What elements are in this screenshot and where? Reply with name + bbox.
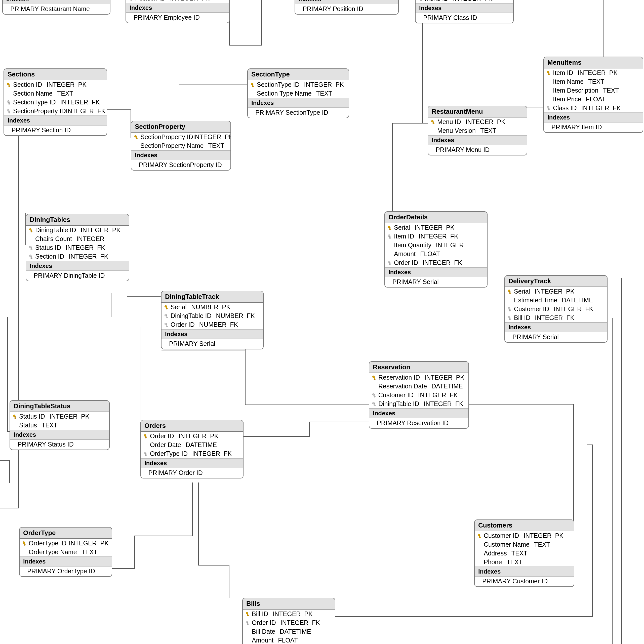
key-icon bbox=[27, 228, 35, 233]
column-type: NUMBER bbox=[199, 321, 226, 328]
column-type: INTEGER bbox=[66, 107, 94, 115]
foreign-key-icon bbox=[506, 315, 514, 320]
entity-orders[interactable]: Orders Order IDINTEGERPKOrder DateDATETI… bbox=[140, 420, 244, 478]
column-flag: FK bbox=[97, 244, 105, 251]
entity-menuitems[interactable]: MenuItems Item IDINTEGERPKItem NameTEXTI… bbox=[543, 57, 643, 133]
foreign-key-icon bbox=[370, 393, 378, 398]
svg-rect-65 bbox=[166, 326, 168, 327]
column-name: SectionProperty Name bbox=[140, 142, 204, 149]
indexes-header: Indexes bbox=[428, 135, 527, 145]
column-type: INTEGER bbox=[453, 0, 481, 2]
column-row: OrderType NameTEXT bbox=[20, 548, 112, 556]
index-row: PRIMARY Status ID bbox=[10, 440, 109, 450]
entity-sectiontype[interactable]: SectionType SectionType IDINTEGERPKSecti… bbox=[247, 68, 349, 118]
entity-title: DiningTableTrack bbox=[162, 291, 263, 303]
svg-rect-95 bbox=[247, 624, 249, 625]
foreign-key-icon bbox=[386, 234, 394, 239]
column-type: INTEGER bbox=[60, 99, 88, 106]
column-type: NUMBER bbox=[191, 303, 218, 311]
column-flag: PK bbox=[566, 288, 574, 295]
entity-title: Reservation bbox=[369, 362, 468, 373]
key-icon bbox=[5, 82, 13, 87]
column-name: DiningTable ID bbox=[35, 226, 76, 234]
svg-rect-5 bbox=[420, 0, 422, 1]
entity-ordertype[interactable]: OrderType OrderType IDINTEGERPKOrderType… bbox=[19, 527, 112, 577]
entity-deliverytrack[interactable]: DeliveryTrack SerialINTEGERPKEstimated T… bbox=[504, 275, 608, 343]
index-row: PRIMARY Restaurant Name bbox=[3, 4, 110, 14]
column-name: Status ID bbox=[19, 413, 45, 420]
column-flag: PK bbox=[112, 226, 120, 234]
key-icon bbox=[132, 135, 140, 140]
entity-sectionproperty[interactable]: SectionProperty SectionProperty IDINTEGE… bbox=[131, 121, 231, 171]
entity-restaurant[interactable]: PhoneTEXT Indexes PRIMARY Restaurant Nam… bbox=[2, 0, 110, 15]
index-row: PRIMARY Class ID bbox=[416, 13, 513, 23]
svg-rect-17 bbox=[9, 104, 10, 104]
column-row: SectionProperty IDINTEGERFK bbox=[4, 107, 107, 115]
column-type: FLOAT bbox=[586, 96, 606, 103]
column-row: Order IDINTEGERPK bbox=[141, 432, 243, 440]
entity-restaurantmenu[interactable]: RestaurantMenu Menu IDINTEGERPKMenu Vers… bbox=[428, 106, 527, 155]
column-type: INTEGER bbox=[66, 244, 94, 251]
entity-diningtabletrack[interactable]: DiningTableTrack SerialNUMBERPKDiningTab… bbox=[161, 291, 264, 349]
column-name: Order ID bbox=[252, 619, 276, 626]
column-row: Reservation DateDATETIME bbox=[369, 382, 468, 391]
svg-rect-11 bbox=[548, 109, 550, 110]
foreign-key-icon bbox=[370, 401, 378, 407]
column-name: Serial bbox=[171, 303, 187, 311]
entity-employees[interactable]: AddressTEXTPhoneTEXTPosition IDINTEGERFK… bbox=[126, 0, 230, 23]
column-type: NUMBER bbox=[216, 312, 243, 319]
entity-sections[interactable]: Sections Section IDINTEGERPKSection Name… bbox=[4, 68, 107, 136]
column-name: Bill ID bbox=[252, 610, 268, 618]
column-type: TEXT bbox=[534, 541, 550, 548]
column-name: Customer Name bbox=[484, 541, 530, 548]
column-name: Section ID bbox=[13, 81, 42, 88]
column-name: Bill ID bbox=[514, 314, 530, 321]
foreign-key-icon bbox=[27, 254, 35, 259]
foreign-key-icon bbox=[27, 245, 35, 250]
column-flag: PK bbox=[78, 81, 86, 88]
column-flag: PK bbox=[497, 118, 505, 126]
index-row: PRIMARY Item ID bbox=[544, 123, 643, 132]
indexes-header: Indexes bbox=[141, 458, 243, 468]
column-row: OrderType IDINTEGERPK bbox=[20, 539, 112, 548]
foreign-key-icon bbox=[163, 313, 171, 318]
entity-itemclass[interactable]: Class NameTEXTMenu IDINTEGERFK Indexes P… bbox=[415, 0, 514, 23]
column-flag: PK bbox=[456, 374, 464, 381]
column-flag: FK bbox=[566, 314, 574, 321]
column-type: TEXT bbox=[480, 127, 496, 134]
column-name: Menu ID bbox=[425, 0, 448, 2]
entity-diningtables[interactable]: DiningTables DiningTable IDINTEGERPKChai… bbox=[26, 214, 129, 281]
foreign-key-icon bbox=[5, 100, 13, 105]
key-icon bbox=[249, 82, 257, 87]
column-type: FLOAT bbox=[278, 637, 298, 644]
entity-reservation[interactable]: Reservation Reservation IDINTEGERPKReser… bbox=[369, 361, 469, 429]
entity-customers[interactable]: Customers Customer IDINTEGERPKCustomer N… bbox=[474, 519, 574, 587]
column-name: Class ID bbox=[553, 104, 577, 112]
svg-rect-8 bbox=[548, 74, 550, 75]
entity-bills[interactable]: Bills Bill IDINTEGERPKOrder IDINTEGERFKB… bbox=[242, 598, 335, 644]
svg-rect-23 bbox=[252, 86, 254, 87]
column-flag: PK bbox=[446, 224, 454, 231]
svg-rect-26 bbox=[433, 123, 434, 124]
entity-orderdetails[interactable]: OrderDetails SerialINTEGERPKItem IDINTEG… bbox=[384, 211, 488, 288]
column-flag: FK bbox=[613, 104, 621, 112]
entity-diningtablestatus[interactable]: DiningTableStatus Status IDINTEGERPKStat… bbox=[10, 400, 110, 450]
column-flag: FK bbox=[312, 619, 320, 626]
indexes-header: Indexes bbox=[26, 261, 129, 271]
column-row: Customer IDINTEGERPK bbox=[475, 531, 574, 540]
column-name: Serial bbox=[514, 288, 530, 295]
index-row: PRIMARY DiningTable ID bbox=[26, 271, 129, 281]
column-row: Reservation IDINTEGERPK bbox=[369, 373, 468, 382]
entity-title: SectionType bbox=[248, 69, 349, 80]
column-name: DiningTable ID bbox=[378, 400, 419, 408]
column-name: Item Name bbox=[553, 78, 584, 85]
column-type: INTEGER bbox=[524, 532, 551, 539]
entity-positions[interactable]: Position TitleTEXT Indexes PRIMARY Posit… bbox=[295, 0, 399, 15]
entity-title: OrderDetails bbox=[385, 212, 487, 223]
column-flag: PK bbox=[100, 540, 109, 547]
column-type: INTEGER bbox=[179, 432, 207, 440]
column-flag: PK bbox=[336, 81, 344, 88]
column-type: INTEGER bbox=[554, 305, 582, 313]
column-name: Section Type Name bbox=[257, 90, 312, 97]
column-flag: PK bbox=[609, 69, 618, 76]
